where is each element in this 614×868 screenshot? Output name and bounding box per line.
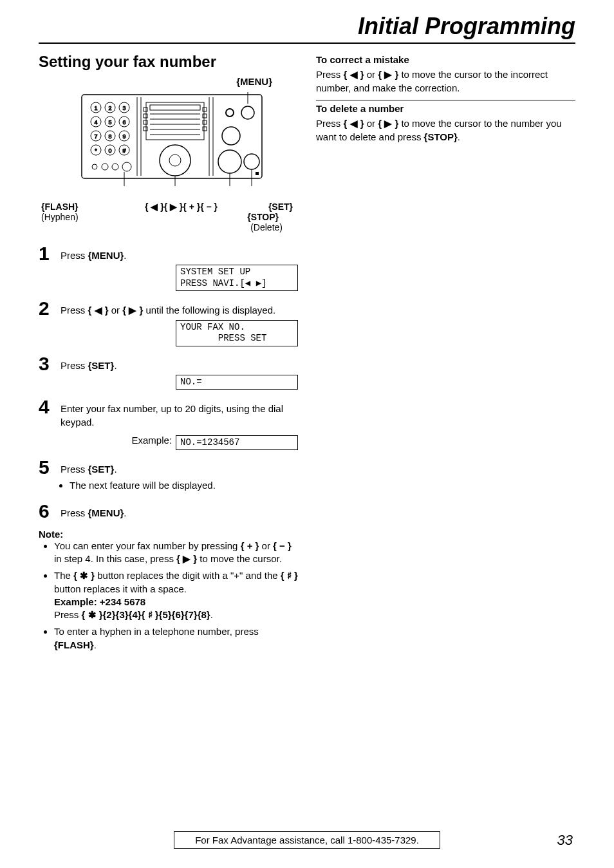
fax-device-diagram: 1 2 3 4 5 6 7 8 9 * 0 # <box>69 90 268 199</box>
step-number: 4 <box>39 397 60 417</box>
svg-rect-55 <box>256 172 259 175</box>
delete-heading: To delete a number <box>316 100 575 114</box>
step: 5Press {SET}.The next feature will be di… <box>39 458 298 494</box>
nav-buttons-label: { ◀ }{ ▶ }{ + }{ − } <box>145 202 218 212</box>
svg-rect-45 <box>203 127 207 131</box>
step-number: 1 <box>39 244 60 263</box>
set-button-label: {SET} <box>268 202 293 212</box>
note-item: The { ✱ } button replaces the digit with… <box>54 569 298 621</box>
svg-text:#: # <box>122 147 126 154</box>
svg-point-26 <box>102 164 108 170</box>
svg-point-51 <box>241 106 254 119</box>
flash-sublabel: (Hyphen) <box>39 212 109 222</box>
svg-point-52 <box>222 127 240 145</box>
menu-label: {MENU} <box>39 76 272 87</box>
svg-text:5: 5 <box>108 119 111 126</box>
key-button: { − } <box>273 540 292 551</box>
lcd-display: NO.=1234567 <box>176 435 298 451</box>
svg-point-28 <box>122 162 131 171</box>
note-example-label: Example: +234 5678 <box>54 596 145 607</box>
svg-text:7: 7 <box>94 133 97 140</box>
key-button: {FLASH} <box>54 639 94 650</box>
key-button: { + } <box>241 540 259 551</box>
key-button: {SET} <box>88 464 115 475</box>
svg-text:8: 8 <box>108 133 111 140</box>
step-body: Press { ◀ } or { ▶ } until the following… <box>60 299 298 346</box>
step-number: 5 <box>39 458 60 477</box>
step: 4Enter your fax number, up to 20 digits,… <box>39 397 298 450</box>
svg-text:0: 0 <box>108 147 111 154</box>
step: 6Press {MENU}. <box>39 502 298 521</box>
svg-rect-42 <box>203 108 207 111</box>
key-button: { ▶ } <box>378 69 398 80</box>
key-button: {SET} <box>88 360 115 371</box>
svg-point-50 <box>226 109 234 117</box>
step-body: Press {SET}.The next feature will be dis… <box>60 458 298 494</box>
svg-point-48 <box>160 145 191 176</box>
flash-button-label: {FLASH} <box>41 202 79 212</box>
key-button: { ▶ } <box>176 553 197 564</box>
stop-button-label: {STOP} <box>109 212 298 222</box>
key-button: { ▶ } <box>378 118 398 129</box>
step-body: Press {MENU}. <box>60 502 298 520</box>
lcd-display: SYSTEM SET UP PRESS NAVI.[◀ ▶] <box>176 265 298 291</box>
svg-text:2: 2 <box>108 105 111 111</box>
step-number: 6 <box>39 502 60 521</box>
note-item: To enter a hyphen in a telephone number,… <box>54 625 298 652</box>
svg-text:9: 9 <box>122 133 126 140</box>
svg-rect-40 <box>144 120 147 124</box>
step-number: 2 <box>39 299 60 318</box>
key-button: {MENU} <box>88 250 124 261</box>
section-title: Setting your fax number <box>39 53 298 71</box>
note-item: You can enter your fax number by pressin… <box>54 540 298 566</box>
svg-rect-44 <box>203 120 207 124</box>
svg-point-25 <box>92 164 97 169</box>
svg-rect-38 <box>144 108 147 111</box>
svg-point-54 <box>244 154 259 169</box>
svg-text:1: 1 <box>94 105 97 111</box>
delete-paragraph: Press { ◀ } or { ▶ } to move the cursor … <box>316 117 575 144</box>
step-body: Press {SET}.NO.= <box>60 354 298 390</box>
step-bullet: The next feature will be displayed. <box>70 479 298 492</box>
svg-text:*: * <box>95 147 97 154</box>
key-button: {MENU} <box>88 507 124 518</box>
key-button: { ▶ } <box>122 305 143 316</box>
footer-text: For Fax Advantage assistance, call 1-800… <box>174 831 440 849</box>
key-button: { ◀ } <box>344 118 364 129</box>
step-number: 3 <box>39 354 60 373</box>
step-body: Enter your fax number, up to 20 digits, … <box>60 397 298 450</box>
key-button: { ◀ } <box>344 69 364 80</box>
svg-point-49 <box>169 155 181 166</box>
correct-heading: To correct a mistake <box>316 54 575 65</box>
svg-rect-41 <box>144 127 147 131</box>
svg-rect-32 <box>150 105 200 110</box>
page-number: 33 <box>557 832 573 849</box>
step-body: Press {MENU}.SYSTEM SET UP PRESS NAVI.[◀… <box>60 244 298 291</box>
svg-point-53 <box>218 150 241 173</box>
svg-text:3: 3 <box>122 105 126 111</box>
svg-rect-39 <box>144 114 147 118</box>
document-title: Initial Programming <box>39 13 575 44</box>
key-button: { ✱ } <box>73 570 95 581</box>
svg-rect-43 <box>203 114 207 118</box>
step: 2Press { ◀ } or { ▶ } until the followin… <box>39 299 298 346</box>
key-button: { ◀ } <box>88 305 109 316</box>
svg-rect-31 <box>146 102 204 140</box>
step: 1Press {MENU}.SYSTEM SET UP PRESS NAVI.[… <box>39 244 298 291</box>
svg-point-27 <box>112 164 118 170</box>
lcd-display: NO.= <box>176 375 298 390</box>
step: 3Press {SET}.NO.= <box>39 354 298 390</box>
key-button: { ♯ } <box>281 570 298 581</box>
correct-paragraph: Press { ◀ } or { ▶ } to move the cursor … <box>316 68 575 95</box>
lcd-display: YOUR FAX NO. PRESS SET <box>176 320 298 346</box>
svg-text:4: 4 <box>94 119 97 126</box>
key-button: { ✱ }{2}{3}{4}{ ♯ }{5}{6}{7}{8} <box>82 609 210 620</box>
svg-text:6: 6 <box>122 119 126 126</box>
key-button: {STOP} <box>424 131 458 142</box>
note-heading: Note: <box>39 529 298 540</box>
stop-sublabel: (Delete) <box>39 222 298 232</box>
example-label: Example: <box>131 433 176 447</box>
